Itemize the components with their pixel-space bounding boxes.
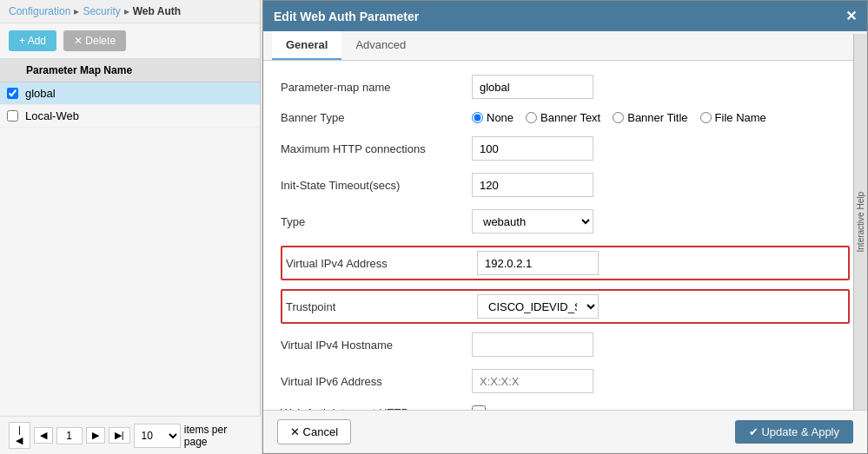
banner-filename-radio[interactable] — [700, 112, 712, 123]
tab-general[interactable]: General — [272, 31, 341, 60]
form-row-param-map-name: Parameter-map name — [281, 75, 850, 99]
form-row-max-http: Maximum HTTP connections — [281, 136, 850, 161]
init-state-input[interactable] — [472, 173, 593, 197]
update-apply-button[interactable]: ✔ Update & Apply — [735, 420, 853, 444]
interactive-help-label[interactable]: Interactive Help — [856, 188, 865, 255]
form-row-banner-type: Banner Type None Banner Text Banner Titl… — [281, 111, 850, 124]
table-header: Parameter Map Name — [0, 59, 260, 82]
modal-tabs: General Advanced — [263, 31, 867, 61]
banner-title-option[interactable]: Banner Title — [613, 111, 687, 124]
modal-body: Parameter-map name Banner Type None Bann… — [263, 61, 867, 410]
edit-modal: Edit Web Auth Parameter ✕ General Advanc… — [262, 0, 868, 454]
form-row-trustpoint: Trustpoint CISCO_IDEVID_SU... — [281, 289, 850, 324]
trustpoint-label: Trustpoint — [286, 300, 477, 313]
modal-title: Edit Web Auth Parameter — [274, 10, 419, 23]
banner-text-option[interactable]: Banner Text — [526, 111, 600, 124]
page-prev-button[interactable]: ◀ — [34, 427, 53, 444]
max-http-input[interactable] — [472, 136, 593, 161]
virtual-ipv4-hostname-input[interactable] — [472, 332, 593, 357]
form-row-virtual-ipv4: Virtual IPv4 Address — [281, 246, 850, 280]
page-first-button[interactable]: |◀ — [9, 422, 30, 449]
form-row-virtual-ipv6: Virtual IPv6 Address — [281, 369, 850, 393]
max-http-label: Maximum HTTP connections — [281, 142, 472, 155]
virtual-ipv4-input[interactable] — [477, 251, 599, 275]
breadcrumb-sep-2: ▸ — [124, 5, 129, 17]
delete-button[interactable]: ✕ Delete — [63, 30, 126, 51]
param-map-name-input[interactable] — [472, 75, 593, 99]
row-label-global: global — [25, 87, 56, 100]
modal-header: Edit Web Auth Parameter ✕ — [263, 1, 867, 31]
banner-title-radio[interactable] — [613, 112, 624, 123]
items-per-page-label: items per page — [184, 424, 252, 448]
type-select[interactable]: webauth — [472, 209, 593, 234]
items-per-page-select[interactable]: 10 25 50 100 — [134, 424, 181, 448]
page-last-button[interactable]: ▶| — [109, 427, 130, 444]
form-row-type: Type webauth — [281, 209, 850, 234]
banner-text-label: Banner Text — [540, 111, 600, 124]
type-label: Type — [281, 215, 472, 228]
param-map-name-label: Parameter-map name — [281, 81, 472, 94]
virtual-ipv4-hostname-label: Virtual IPv4 Hostname — [281, 339, 472, 352]
banner-filename-option[interactable]: File Name — [700, 111, 766, 124]
trustpoint-select[interactable]: CISCO_IDEVID_SU... — [477, 294, 599, 319]
banner-type-label: Banner Type — [281, 111, 472, 124]
virtual-ipv4-label: Virtual IPv4 Address — [286, 257, 477, 270]
banner-none-radio[interactable] — [472, 112, 483, 123]
tab-advanced[interactable]: Advanced — [341, 31, 420, 60]
cancel-button[interactable]: ✕ Cancel — [277, 419, 351, 444]
banner-type-radio-group: None Banner Text Banner Title File Name — [472, 111, 766, 124]
add-button[interactable]: + Add — [9, 30, 56, 51]
banner-text-radio[interactable] — [526, 112, 537, 123]
pagination: |◀ ◀ 1 ▶ ▶| 10 25 50 100 items per page — [0, 416, 261, 454]
banner-filename-label: File Name — [715, 111, 766, 124]
breadcrumb-configuration[interactable]: Configuration — [9, 5, 70, 17]
modal-footer: ✕ Cancel ✔ Update & Apply — [263, 410, 867, 453]
form-row-init-state: Init-State Timeout(secs) — [281, 173, 850, 197]
breadcrumb: Configuration ▸ Security ▸ Web Auth — [0, 0, 260, 23]
init-state-label: Init-State Timeout(secs) — [281, 179, 472, 192]
breadcrumb-security[interactable]: Security — [83, 5, 120, 17]
row-checkbox-local-web[interactable] — [7, 110, 18, 122]
form-row-virtual-ipv4-hostname: Virtual IPv4 Hostname — [281, 332, 850, 357]
banner-none-label: None — [487, 111, 514, 124]
modal-close-button[interactable]: ✕ — [845, 8, 857, 24]
virtual-ipv6-label: Virtual IPv6 Address — [281, 375, 472, 388]
banner-title-label: Banner Title — [627, 111, 687, 124]
breadcrumb-current: Web Auth — [133, 5, 181, 17]
row-label-local-web: Local-Web — [25, 109, 79, 122]
virtual-ipv6-input[interactable] — [472, 369, 593, 393]
page-next-button[interactable]: ▶ — [86, 427, 105, 444]
row-checkbox-global[interactable] — [7, 88, 18, 99]
left-panel: Configuration ▸ Security ▸ Web Auth + Ad… — [0, 0, 261, 454]
table-row[interactable]: Local-Web — [0, 105, 260, 128]
banner-none-option[interactable]: None — [472, 111, 514, 124]
toolbar: + Add ✕ Delete — [0, 23, 260, 59]
table-row[interactable]: global — [0, 82, 260, 105]
page-number: 1 — [56, 427, 83, 444]
breadcrumb-sep-1: ▸ — [74, 5, 79, 17]
